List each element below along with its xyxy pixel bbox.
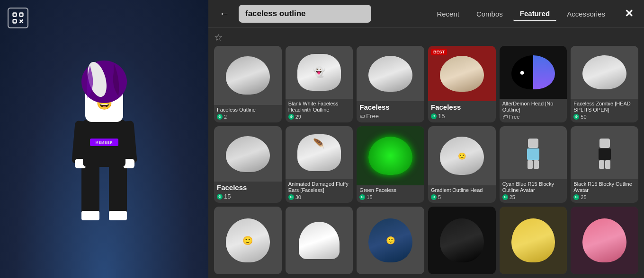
shop-content: ☆ Faceless Outline ⊙ 2 bbox=[208, 28, 644, 278]
svg-rect-2 bbox=[13, 20, 17, 23]
items-grid: Faceless Outline ⊙ 2 Blank White Faceles… bbox=[214, 46, 638, 274]
item-faceless-outline[interactable]: Faceless Outline ⊙ 2 bbox=[214, 46, 282, 122]
avatar-foot-left bbox=[81, 211, 99, 220]
item-name: Black R15 Blocky Outline Avatar bbox=[573, 181, 635, 193]
item-name: Faceless bbox=[431, 103, 493, 112]
robux-icon: ⊙ bbox=[217, 194, 223, 200]
search-box[interactable]: faceless outline bbox=[239, 5, 371, 23]
item-name: Faceless Outline bbox=[217, 107, 279, 113]
avatar-foot-right bbox=[109, 211, 127, 220]
item-faceless-zombie[interactable]: Faceless Zombie [HEAD SPLITS OPEN] ⊙ 50 bbox=[571, 46, 638, 122]
avatar-panel: 😄 MEMBER bbox=[0, 0, 208, 278]
item-black-blocky[interactable]: Black R15 Blocky Outline Avatar ⊙ 25 bbox=[571, 126, 638, 203]
item-thumb: BEST bbox=[428, 46, 496, 101]
robux-icon: ⊙ bbox=[431, 194, 437, 200]
item-price: ⊙ 15 bbox=[217, 193, 279, 200]
item-thumb bbox=[357, 46, 424, 101]
star-row: ☆ bbox=[214, 32, 638, 43]
item-row3-4[interactable] bbox=[428, 207, 496, 274]
item-price: ⊙ 25 bbox=[502, 194, 564, 200]
item-thumb bbox=[500, 207, 567, 274]
item-name: Gradient Outline Head bbox=[431, 187, 493, 193]
svg-rect-0 bbox=[13, 13, 17, 17]
tag-icon: 🏷 bbox=[359, 113, 365, 119]
item-name: Cyan Blue R15 Blocky Outline Avatar bbox=[502, 181, 564, 193]
item-thumb bbox=[286, 46, 353, 99]
tab-featured[interactable]: Featured bbox=[513, 7, 556, 21]
item-price: ⊙ 2 bbox=[217, 114, 279, 120]
scan-icon[interactable] bbox=[8, 8, 28, 28]
item-thumb bbox=[571, 207, 638, 274]
item-name: Animated Damaged Fluffy Ears [Faceless] bbox=[288, 181, 350, 193]
item-thumb bbox=[500, 126, 567, 179]
close-button[interactable]: ✕ bbox=[621, 6, 636, 21]
best-badge: BEST bbox=[431, 49, 447, 55]
avatar-leg-left bbox=[81, 164, 99, 216]
item-price: ⊙ 50 bbox=[573, 114, 635, 120]
item-gradient-outline[interactable]: Gradient Outline Head ⊙ 5 bbox=[428, 126, 496, 203]
item-thumb bbox=[571, 126, 638, 179]
item-animated-ears[interactable]: Animated Damaged Fluffy Ears [Faceless] … bbox=[286, 126, 353, 203]
item-price: ⊙ 15 bbox=[359, 194, 421, 200]
tab-combos[interactable]: Combos bbox=[470, 7, 510, 21]
item-price: ⊙ 15 bbox=[431, 113, 493, 120]
robux-icon: ⊙ bbox=[573, 194, 579, 200]
item-thumb bbox=[571, 46, 638, 99]
svg-rect-1 bbox=[20, 13, 23, 17]
item-green-faceless[interactable]: Green Faceless ⊙ 15 bbox=[357, 126, 424, 203]
item-row3-6[interactable] bbox=[571, 207, 638, 274]
item-thumb bbox=[357, 126, 424, 185]
item-price: ⊙ 29 bbox=[288, 114, 350, 120]
item-thumb bbox=[428, 207, 496, 274]
item-price: ⊙ 5 bbox=[431, 194, 493, 200]
item-thumb bbox=[214, 126, 282, 182]
robux-icon: ⊙ bbox=[573, 114, 579, 120]
item-name: Faceless Zombie [HEAD SPLITS OPEN] bbox=[573, 101, 635, 113]
tag-icon: 🏷 bbox=[502, 114, 508, 120]
robux-icon: ⊙ bbox=[359, 194, 365, 200]
item-blank-white[interactable]: Blank White Faceless Head with Outline ⊙… bbox=[286, 46, 353, 122]
shop-panel: ← faceless outline Recent Combos Feature… bbox=[208, 0, 644, 278]
robux-icon: ⊙ bbox=[502, 194, 508, 200]
item-thumb bbox=[286, 126, 353, 179]
item-name: AlterDemon Head [No Outline] bbox=[502, 101, 564, 113]
item-row3-2[interactable] bbox=[286, 207, 353, 274]
item-name: Blank White Faceless Head with Outline bbox=[288, 101, 350, 113]
item-price: ⊙ 25 bbox=[573, 194, 635, 200]
robux-icon: ⊙ bbox=[431, 113, 437, 119]
tab-accessories[interactable]: Accessories bbox=[560, 7, 612, 21]
item-thumb bbox=[500, 46, 567, 99]
avatar-badge: MEMBER bbox=[90, 139, 118, 146]
item-price: 🏷 Free bbox=[359, 113, 421, 120]
item-row3-1[interactable]: 🙂 bbox=[214, 207, 282, 274]
avatar-torso: MEMBER bbox=[83, 120, 125, 167]
item-faceless-015-2[interactable]: Faceless ⊙ 15 bbox=[214, 126, 282, 203]
item-price: 🏷 Free bbox=[502, 114, 564, 120]
item-name: Faceless bbox=[359, 103, 421, 112]
item-faceless-best[interactable]: BEST Faceless ⊙ 15 bbox=[428, 46, 496, 122]
avatar-figure: 😄 MEMBER bbox=[52, 61, 156, 259]
item-name: Faceless bbox=[217, 183, 279, 192]
item-row3-5[interactable] bbox=[500, 207, 567, 274]
item-thumb bbox=[286, 207, 353, 274]
back-button[interactable]: ← bbox=[216, 5, 233, 22]
robux-icon: ⊙ bbox=[288, 114, 294, 120]
item-alter-demon[interactable]: AlterDemon Head [No Outline] 🏷 Free bbox=[500, 46, 567, 122]
item-thumb: 🙂 bbox=[357, 207, 424, 274]
tab-recent[interactable]: Recent bbox=[430, 7, 466, 21]
avatar-leg-right bbox=[109, 164, 127, 216]
item-name: Green Faceless bbox=[359, 187, 421, 193]
item-row3-3[interactable]: 🙂 bbox=[357, 207, 424, 274]
item-cyan-blocky[interactable]: Cyan Blue R15 Blocky Outline Avatar ⊙ 25 bbox=[500, 126, 567, 203]
shop-header: ← faceless outline Recent Combos Feature… bbox=[208, 0, 644, 28]
item-faceless-free[interactable]: Faceless 🏷 Free bbox=[357, 46, 424, 122]
star-icon[interactable]: ☆ bbox=[214, 32, 223, 43]
item-thumb: 🙂 bbox=[214, 207, 282, 274]
item-thumb bbox=[428, 126, 496, 185]
item-thumb bbox=[214, 46, 282, 105]
robux-icon: ⊙ bbox=[288, 194, 294, 200]
nav-tabs: Recent Combos Featured Accessories bbox=[430, 7, 612, 21]
item-price: ⊙ 30 bbox=[288, 194, 350, 200]
robux-icon: ⊙ bbox=[217, 114, 223, 120]
